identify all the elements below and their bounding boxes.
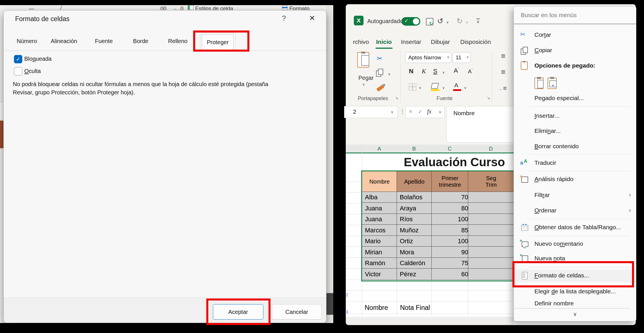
oculta-label[interactable]: Oculta xyxy=(24,68,41,74)
menu-search-input[interactable] xyxy=(514,7,636,24)
cancelar-button[interactable]: Cancelar xyxy=(272,304,322,320)
cell-empty[interactable] xyxy=(468,257,517,269)
cell-empty[interactable] xyxy=(468,268,517,280)
underline-chevron-icon[interactable]: ∨ xyxy=(442,70,445,74)
tab-alineacion[interactable]: Alineación xyxy=(51,38,77,46)
tab-fuente[interactable]: Fuente xyxy=(95,38,113,46)
menu-item-analisis-rapido[interactable]: ⚡ Análisis rápido xyxy=(514,173,636,186)
header-cell-nombre[interactable]: Nombre xyxy=(362,171,397,192)
column-header-a[interactable]: A xyxy=(362,145,397,153)
chevron-down-icon[interactable]: ∨ xyxy=(439,110,441,114)
paste-option-icon[interactable] xyxy=(534,78,544,89)
font-color-chevron-icon[interactable]: ∨ xyxy=(464,86,467,90)
menu-item-borrar-contenido[interactable]: Borrar contenido xyxy=(514,140,636,153)
cell-nota[interactable]: 90 xyxy=(431,246,471,258)
font-size-combo[interactable]: 11 ∨ xyxy=(453,52,471,63)
bloqueada-checkbox[interactable]: ✓ xyxy=(14,55,22,63)
cut-icon[interactable]: ✂ xyxy=(377,54,382,62)
cell-nota[interactable]: 75 xyxy=(431,257,471,269)
drag-dots-icon[interactable]: ⋮ xyxy=(399,108,405,115)
paste-chevron-icon[interactable]: ∨ xyxy=(362,82,365,86)
header-cell-segundo-trimestre[interactable]: Seg Trim xyxy=(468,171,514,192)
italic-button[interactable]: K xyxy=(422,68,426,75)
cell-nombre[interactable]: Alba xyxy=(362,192,400,203)
cell-apellido[interactable]: Calderón xyxy=(397,257,435,269)
redo-chevron-icon[interactable]: ∨ xyxy=(466,20,468,24)
tab-borde[interactable]: Borde xyxy=(133,38,148,46)
tab-numero[interactable]: Número xyxy=(17,38,37,46)
cell-nota[interactable]: 60 xyxy=(431,268,471,280)
bold-button[interactable]: N xyxy=(409,68,413,75)
cell-empty[interactable] xyxy=(468,235,517,247)
clipboard-launcher-icon[interactable]: ↘ xyxy=(395,96,398,100)
menu-item-ordenar[interactable]: Ordenar › xyxy=(514,204,636,217)
menu-item-copiar[interactable]: Copiar xyxy=(514,44,636,57)
menu-item-filtrar[interactable]: Filtrar › xyxy=(514,189,636,202)
cell-nota[interactable]: 70 xyxy=(431,192,471,203)
undo-icon[interactable]: ↺ xyxy=(437,17,443,26)
cell-nombre[interactable]: Mirian xyxy=(362,246,400,258)
font-name-combo[interactable]: Aptos Narrow ∨ xyxy=(405,52,451,63)
cell-empty[interactable] xyxy=(468,214,517,225)
menu-item-traducir[interactable]: aA Traducir xyxy=(514,157,636,169)
chevron-down-icon[interactable]: ∨ xyxy=(447,55,449,59)
cell-apellido[interactable]: Pérez xyxy=(397,268,435,280)
increase-font-button[interactable]: Aˆ xyxy=(454,67,459,74)
copy-chevron-icon[interactable]: ∨ xyxy=(388,72,391,76)
close-button[interactable]: × xyxy=(305,12,319,23)
tab-inicio[interactable]: Inicio xyxy=(376,38,392,48)
borders-chevron-icon[interactable]: ∨ xyxy=(419,86,421,90)
tab-archivo[interactable]: rchivo xyxy=(353,38,369,48)
cell-empty[interactable] xyxy=(468,192,517,203)
align-middle-icon[interactable]: ≡ xyxy=(501,68,505,76)
font-color-icon[interactable]: A xyxy=(454,82,458,89)
tab-disposicion[interactable]: Disposición xyxy=(460,38,491,48)
chevron-down-icon[interactable]: ∨ xyxy=(391,110,393,114)
cell-nombre[interactable]: Ramón xyxy=(362,257,400,269)
underline-button[interactable]: S xyxy=(433,68,437,75)
cell-nota[interactable]: 80 xyxy=(431,202,471,214)
paste-icon[interactable] xyxy=(357,52,369,68)
header-cell-apellido[interactable]: Apellido xyxy=(397,171,432,192)
footer-label-nota-final[interactable]: Nota Final xyxy=(400,304,430,312)
font-launcher-icon[interactable]: ↘ xyxy=(487,96,490,100)
borders-icon[interactable] xyxy=(409,84,416,90)
paste-picture-option-icon[interactable]: ▲ xyxy=(548,78,557,89)
fill-color-icon[interactable] xyxy=(431,83,439,89)
menu-item-obtener-datos[interactable]: ▼▼ Obtener datos de Tabla/Rango... xyxy=(514,221,636,234)
menu-more-chevron-icon[interactable]: ∨ xyxy=(514,311,636,317)
format-label[interactable]: Formato xyxy=(289,5,310,10)
cell-empty[interactable] xyxy=(468,224,517,236)
tab-relleno[interactable]: Relleno xyxy=(168,38,187,46)
ribbon-options-icon[interactable]: ∨ xyxy=(477,19,480,24)
tab-dibujar[interactable]: Dibujar xyxy=(431,38,450,48)
bloqueada-label[interactable]: Bloqueada xyxy=(24,56,52,62)
cell-apellido[interactable]: Muñoz xyxy=(397,224,435,236)
cell-nombre[interactable]: Marcos xyxy=(362,224,400,236)
confirm-entry-icon[interactable]: ✓ xyxy=(418,108,423,115)
name-box[interactable]: 2 ∨ xyxy=(344,106,398,118)
help-button[interactable]: ? xyxy=(278,14,290,23)
cell-nombre[interactable]: Mario xyxy=(362,235,400,247)
cell-styles-label[interactable]: Estilos de celda xyxy=(195,5,233,10)
cell-empty[interactable] xyxy=(468,202,517,214)
cell-nota[interactable]: 100 xyxy=(431,235,471,247)
decimal-decrease-icon[interactable]: .00 xyxy=(159,5,166,10)
column-header-d[interactable]: D xyxy=(468,145,514,153)
menu-item-cortar[interactable]: ✂ Cortar xyxy=(514,29,636,41)
autosave-toggle[interactable]: ✓ xyxy=(401,17,420,26)
cell-nombre[interactable]: Juana xyxy=(362,214,400,225)
column-header-c[interactable]: C xyxy=(431,145,468,153)
decrease-indent-icon[interactable]: ←≡ xyxy=(499,85,507,92)
cell-empty[interactable] xyxy=(468,246,517,258)
menu-item-pegado-especial[interactable]: Pegado especial... xyxy=(514,92,636,105)
cell-nombre[interactable]: Victor xyxy=(362,268,400,280)
menu-item-eliminar[interactable]: Eliminar... xyxy=(514,125,636,137)
cancel-entry-icon[interactable]: × xyxy=(409,108,412,115)
cell-apellido[interactable]: Ortiz xyxy=(397,235,435,247)
cell-nota[interactable]: 100 xyxy=(431,214,471,225)
cell-apellido[interactable]: Mora xyxy=(397,246,435,258)
cell-nota[interactable]: 85 xyxy=(431,224,471,236)
menu-item-insertar[interactable]: Insertar... xyxy=(514,110,636,122)
paste-label[interactable]: Pegar xyxy=(358,75,374,81)
